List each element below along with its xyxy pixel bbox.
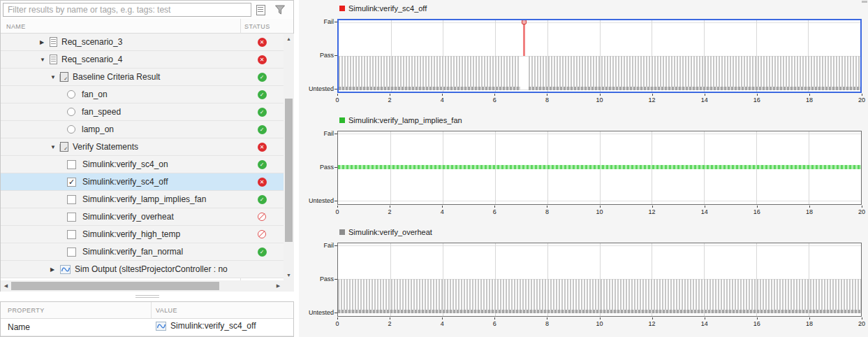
table-row[interactable]: ▶ Sim Output (sltestProjectorController … <box>1 261 284 278</box>
row-label: fan_speed <box>82 107 121 117</box>
table-row[interactable]: fan_on ✓ <box>1 86 284 103</box>
document-icon <box>50 55 57 64</box>
y-tick-label: Pass <box>299 52 334 59</box>
status-pass-icon: ✓ <box>258 73 267 82</box>
table-row[interactable]: lamp_on ✓ <box>1 121 284 138</box>
x-tick-mark <box>600 206 601 208</box>
table-row[interactable]: Simulink:verify_sc4_on ✓ <box>1 156 284 173</box>
x-tick-label: 18 <box>806 96 813 103</box>
radio-button[interactable] <box>67 125 75 134</box>
status-cell: ✕ <box>240 173 284 190</box>
checkbox[interactable] <box>67 160 76 169</box>
x-tick-label: 14 <box>701 208 708 215</box>
criteria-icon <box>60 72 68 82</box>
plot-area[interactable] <box>337 243 862 317</box>
expander-icon[interactable]: ▶ <box>40 39 48 45</box>
x-tick-label: 0 <box>335 320 339 327</box>
table-row[interactable]: Simulink:verify_overheat <box>1 208 284 226</box>
test-manager-results-view: NAME STATUS ▶ Req_scenario_3 ✕ ▼ Req_sce… <box>0 0 868 337</box>
table-row[interactable]: Simulink:verify_high_temp <box>1 226 284 243</box>
results-panel: NAME STATUS ▶ Req_scenario_3 ✕ ▼ Req_sce… <box>0 0 294 292</box>
chart-legend: Simulink:verify_sc4_off <box>339 4 427 13</box>
name-cell: Simulink:verify_fan_normal <box>1 247 240 257</box>
x-tick-mark <box>862 94 862 96</box>
vertical-scrollbar[interactable]: ▲ ▼ <box>284 34 294 280</box>
row-label: Simulink:verify_sc4_on <box>82 159 168 169</box>
property-row[interactable]: Name Simulink:verify_sc4_off <box>1 319 293 336</box>
verify-statement-chart[interactable]: Simulink:verify_lamp_implies_fan 0246810… <box>299 112 868 224</box>
filter-icon[interactable] <box>272 3 288 17</box>
horizontal-scroll-thumb[interactable] <box>11 282 219 290</box>
legend-label: Simulink:verify_sc4_off <box>348 4 427 13</box>
verify-statement-chart[interactable]: Simulink:verify_sc4_off 0246810121416182… <box>299 0 868 112</box>
table-row[interactable]: ✓ Simulink:verify_sc4_off ✕ <box>1 173 284 191</box>
expander-icon[interactable]: ▼ <box>40 57 48 63</box>
checkbox[interactable] <box>67 230 76 239</box>
table-row[interactable]: Simulink:verify_fan_normal ✓ <box>1 243 284 261</box>
plot-canvas <box>339 20 860 92</box>
status-pass-icon: ✓ <box>258 195 267 204</box>
status-pass-icon: ✓ <box>258 160 267 169</box>
checkbox[interactable] <box>67 248 76 257</box>
x-tick-mark <box>442 94 443 96</box>
status-pass-icon: ✓ <box>258 90 267 99</box>
row-label: Req_scenario_4 <box>61 55 122 64</box>
legend-swatch <box>339 6 345 11</box>
column-header-name: NAME <box>6 23 26 30</box>
scroll-left-icon[interactable]: ◀ <box>1 280 11 292</box>
table-row[interactable]: ▶ Req_scenario_3 ✕ <box>1 34 284 51</box>
row-label: lamp_on <box>82 124 114 134</box>
scroll-right-icon[interactable]: ▶ <box>273 280 284 292</box>
vertical-scroll-thumb[interactable] <box>285 99 293 242</box>
panel-splitter[interactable] <box>0 292 294 301</box>
fail-marker <box>522 20 527 24</box>
plot-area[interactable] <box>337 131 862 205</box>
funnel-icon <box>274 4 286 15</box>
filter-input[interactable] <box>3 3 251 17</box>
x-tick-mark <box>757 206 758 208</box>
table-row[interactable]: ▼ Req_scenario_4 ✕ <box>1 51 284 69</box>
x-tick-label: 10 <box>596 208 603 215</box>
checkbox[interactable]: ✓ <box>67 178 76 187</box>
x-tick-label: 14 <box>701 96 708 103</box>
y-tick-mark <box>334 89 337 89</box>
x-tick-label: 20 <box>858 320 865 327</box>
property-name: Name <box>8 322 30 332</box>
table-row[interactable]: ▼ Baseline Criteria Result ✓ <box>1 69 284 86</box>
report-icon[interactable] <box>253 3 268 17</box>
x-tick-mark <box>337 206 338 208</box>
verify-statement-chart[interactable]: Simulink:verify_overheat 024681012141618… <box>299 224 868 336</box>
row-label: Req_scenario_3 <box>61 37 122 47</box>
y-tick-label: Pass <box>299 164 334 171</box>
x-tick-label: 16 <box>753 96 760 103</box>
column-header-property: PROPERTY <box>8 307 45 314</box>
expander-icon[interactable]: ▶ <box>50 266 59 273</box>
row-label: Simulink:verify_overheat <box>82 212 174 222</box>
x-tick-label: 2 <box>388 208 392 215</box>
checkbox[interactable] <box>67 195 76 204</box>
plot-area[interactable] <box>337 19 862 93</box>
radio-button[interactable] <box>67 108 75 116</box>
table-row[interactable]: ▼ Verify Statements ✕ <box>1 138 284 156</box>
x-tick-mark <box>652 206 653 208</box>
legend-label: Simulink:verify_lamp_implies_fan <box>348 116 462 124</box>
x-tick-label: 8 <box>545 96 549 103</box>
pass-line <box>338 165 861 169</box>
checkbox[interactable] <box>67 213 76 222</box>
filter-bar <box>1 1 293 19</box>
y-tick-label: Untested <box>299 85 334 92</box>
status-cell <box>240 208 284 225</box>
expander-icon[interactable]: ▼ <box>50 144 59 150</box>
y-tick-label: Pass <box>299 275 334 282</box>
scroll-up-icon[interactable]: ▲ <box>284 34 294 44</box>
untested-baseline-markers <box>529 87 860 90</box>
radio-button[interactable] <box>67 90 75 99</box>
table-row[interactable]: Simulink:verify_lamp_implies_fan ✓ <box>1 191 284 208</box>
expander-icon[interactable]: ▼ <box>50 74 59 80</box>
report-list-icon <box>256 5 265 15</box>
table-row[interactable]: fan_speed ✓ <box>1 103 284 121</box>
horizontal-scrollbar[interactable]: ◀ ▶ <box>1 280 284 292</box>
x-tick-label: 14 <box>701 320 708 327</box>
scroll-down-icon[interactable]: ▼ <box>284 270 294 280</box>
x-tick-mark <box>600 317 601 320</box>
